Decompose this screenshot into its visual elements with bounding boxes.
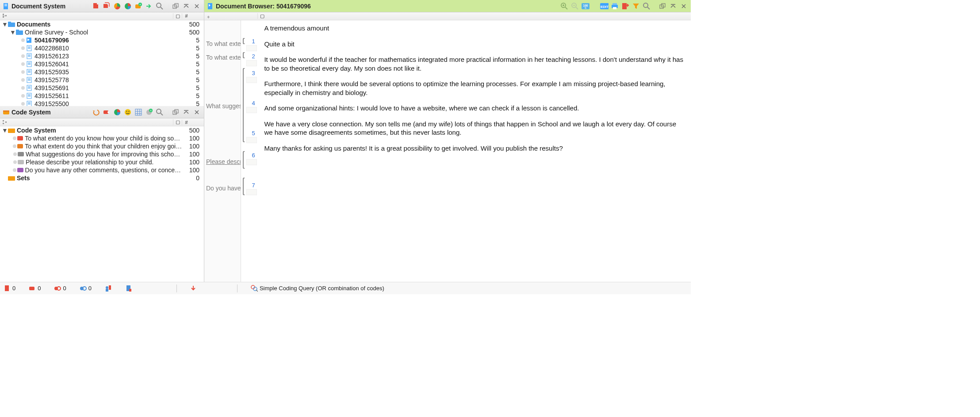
column-count-icon[interactable]: # (182, 120, 191, 125)
svg-rect-59 (3, 110, 9, 112)
svg-rect-83 (5, 121, 7, 123)
coding-stripe-label[interactable]: Do you have any other (206, 185, 241, 192)
status-query[interactable]: Simple Coding Query (OR combination of c… (251, 285, 384, 292)
color-wheel-icon[interactable] (123, 2, 132, 11)
code-bracket (243, 178, 245, 195)
document-tree: ▼ Documents500 ▼ Online Survey - School5… (0, 20, 204, 106)
stats-pie-icon[interactable] (113, 2, 122, 11)
search-code-icon[interactable] (155, 108, 164, 117)
doc-item[interactable]: 43915257785 (0, 76, 204, 84)
close-icon[interactable] (192, 2, 201, 11)
close-code-icon[interactable] (192, 108, 201, 117)
status-codes[interactable]: 0 (29, 285, 41, 292)
zoom-100-icon[interactable]: 100% (581, 2, 590, 11)
undock-code-icon[interactable] (171, 108, 180, 117)
code-root[interactable]: ▼ Code System500 (0, 126, 204, 134)
zoom-in-icon[interactable] (560, 2, 569, 11)
column-memo-icon[interactable]: ▢ (173, 119, 182, 125)
svg-rect-1 (4, 4, 7, 4)
coding-stripe-label[interactable]: To what extent do you (206, 54, 241, 61)
paragraph[interactable]: Many thanks for asking us parents! It is… (264, 144, 685, 153)
status-variables[interactable]: 0 (80, 285, 92, 292)
svg-rect-54 (27, 101, 31, 106)
paragraph[interactable]: Furthermore, I think there would be seve… (264, 80, 685, 97)
doc-root[interactable]: ▼ Documents500 (0, 20, 204, 28)
code-item[interactable]: What suggestions do you have for improvi… (0, 150, 204, 158)
expand-arrow-icon[interactable]: ▼ (2, 127, 8, 134)
status-documents[interactable]: 0 (4, 285, 15, 292)
expand-arrow-icon[interactable]: ▼ (10, 29, 16, 36)
maximize-code-icon[interactable] (182, 108, 191, 117)
add-set-icon[interactable]: + (134, 2, 143, 11)
doc-item[interactable]: 44022868105 (0, 44, 204, 52)
status-clipboard-icon[interactable] (125, 285, 132, 292)
import-document-icon[interactable] (92, 2, 100, 11)
svg-point-74 (157, 109, 161, 114)
status-codings[interactable]: 0 (54, 285, 66, 292)
export-red-icon[interactable] (621, 2, 630, 11)
svg-rect-50 (27, 93, 31, 99)
coding-stripe-label[interactable]: What suggestions do y (206, 102, 241, 110)
paragraph[interactable]: It would be wonderful if the teacher for… (264, 55, 685, 72)
document-text-area[interactable]: A tremendous amountQuite a bitIt would b… (254, 20, 691, 282)
svg-rect-2 (4, 5, 7, 5)
status-user-icon[interactable] (105, 285, 112, 292)
edit-mode-icon[interactable]: EDIT (600, 2, 609, 11)
svg-rect-22 (8, 22, 11, 23)
undock-icon[interactable] (171, 2, 180, 11)
funnel-icon[interactable] (632, 2, 640, 11)
undo-code-icon[interactable] (92, 108, 100, 117)
paragraph[interactable]: Quite a bit (264, 40, 685, 49)
export-arrow-icon[interactable] (145, 2, 153, 11)
doc-item[interactable]: 50416790965 (0, 36, 204, 44)
doc-item[interactable]: 43915256115 (0, 92, 204, 100)
code-colorwheel-icon[interactable] (113, 108, 122, 117)
expand-arrow-icon[interactable]: ▼ (2, 21, 8, 28)
paragraph[interactable]: We have a very close connection. My son … (264, 120, 685, 137)
code-tag-icon[interactable] (102, 108, 111, 117)
document-icon (26, 101, 33, 106)
browser-undock-icon[interactable] (658, 2, 667, 11)
add-code-icon[interactable]: + (145, 108, 153, 117)
coding-stripe-label[interactable]: Please describe your re (206, 158, 241, 165)
paragraph[interactable]: A tremendous amount (264, 24, 685, 33)
code-item[interactable]: Please describe your relationship to you… (0, 158, 204, 166)
maximize-icon[interactable] (182, 2, 191, 11)
document-browser-title: Document Browser: 5041679096 (216, 3, 311, 10)
browser-maximize-icon[interactable] (669, 2, 678, 11)
doc-item[interactable]: 43915261235 (0, 52, 204, 60)
code-bracket (243, 151, 245, 169)
doc-folder[interactable]: ▼ Online Survey - School500 (0, 28, 204, 36)
doc-item[interactable]: 43915259355 (0, 68, 204, 76)
paragraph[interactable]: And some organizational hints: I would l… (264, 104, 685, 113)
doc-item[interactable]: 43915260415 (0, 60, 204, 68)
document-icon (26, 37, 33, 43)
document-system-title: Document System (11, 3, 65, 10)
browser-close-icon[interactable] (679, 2, 688, 11)
code-item[interactable]: To what extent do you know how your chil… (0, 134, 204, 142)
svg-rect-81 (3, 120, 4, 121)
browser-memo-col-icon[interactable]: ▢ (257, 13, 266, 19)
coding-stripe-label[interactable]: To what extent do you (206, 40, 241, 47)
doc-item[interactable]: 43915256915 (0, 84, 204, 92)
code-item[interactable]: To what extent do you think that your ch… (0, 142, 204, 150)
print-icon[interactable] (610, 2, 619, 11)
import-documents-icon[interactable] (102, 2, 111, 11)
zoom-out-icon[interactable] (570, 2, 579, 11)
svg-rect-16 (3, 14, 4, 15)
document-browser-header: Document Browser: 5041679096 100% EDIT (204, 0, 691, 12)
browser-search-icon[interactable] (642, 2, 651, 11)
doc-item[interactable]: 43915255005 (0, 100, 204, 106)
status-down-arrow-icon[interactable] (190, 285, 197, 292)
code-item[interactable]: Do you have any other comments, question… (0, 166, 204, 174)
smiley-icon[interactable] (123, 108, 132, 117)
column-count-icon[interactable]: # (182, 13, 191, 19)
code-color-swatch (18, 160, 24, 164)
search-icon[interactable] (155, 2, 164, 11)
code-sets[interactable]: Sets0 (0, 174, 204, 182)
paragraph-number: 1 (248, 38, 255, 45)
matrix-icon[interactable] (134, 108, 143, 117)
svg-point-63 (125, 109, 131, 115)
column-memo-icon[interactable]: ▢ (173, 13, 182, 19)
svg-line-90 (565, 7, 567, 9)
